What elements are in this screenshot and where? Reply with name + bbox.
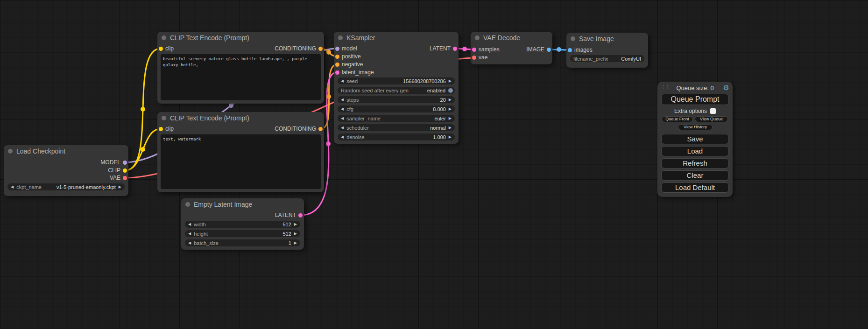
collapse-dot-icon[interactable] [8,149,13,154]
node-titlebar[interactable]: CLIP Text Encode (Prompt) [157,112,324,124]
prompt-text-area[interactable]: beautiful scenery nature glass bottle la… [161,54,321,100]
slot-dot-clip[interactable] [159,47,163,51]
widget-ckpt-name[interactable]: ◀ ckpt_name v1-5-pruned-emaonly.ckpt ▶ [7,183,125,190]
slot-dot-vae[interactable] [472,56,476,60]
node-ksampler[interactable]: KSampler model positive negative latent_… [334,32,459,144]
widget-height[interactable]: ◀ height 512 ▶ [185,230,300,237]
widget-scheduler[interactable]: ◀ scheduler normal ▶ [338,124,455,131]
prev-value-icon[interactable]: ◀ [341,116,344,120]
collapse-dot-icon[interactable] [162,116,166,120]
output-slot-conditioning[interactable]: CONDITIONING [275,125,323,133]
view-history-button[interactable]: View History [678,124,713,130]
node-titlebar[interactable]: Save Image [566,33,648,45]
slot-dot-samples[interactable] [472,48,476,52]
node-titlebar[interactable]: Empty Latent Image [181,198,304,210]
output-slot-latent[interactable]: LATENT [430,45,457,52]
input-slot-latent-image[interactable]: latent_image [335,69,374,76]
slot-dot-vae[interactable] [123,176,127,180]
input-slot-model[interactable]: model [335,45,357,52]
input-slot-negative[interactable]: negative [335,61,363,68]
decrement-icon[interactable]: ◀ [188,231,191,236]
node-titlebar[interactable]: VAE Decode [471,32,552,44]
collapse-dot-icon[interactable] [475,35,480,40]
input-slot-images[interactable]: images [568,46,593,54]
output-slot-vae[interactable]: VAE [110,174,127,182]
slot-dot-clip[interactable] [159,127,163,131]
queue-front-button[interactable]: Queue Front [662,116,693,122]
slot-dot-image[interactable] [547,48,551,52]
widget-cfg[interactable]: ◀ cfg 8.000 ▶ [338,105,455,112]
collapse-dot-icon[interactable] [571,36,575,41]
node-titlebar[interactable]: KSampler [334,32,459,44]
slot-dot-conditioning[interactable] [318,127,323,131]
node-titlebar[interactable]: Load Checkpoint [4,145,128,157]
prev-value-icon[interactable]: ◀ [341,126,344,130]
widget-seed-control[interactable]: Random seed after every gen enabled [338,87,455,94]
increment-icon[interactable]: ▶ [294,231,297,236]
node-titlebar[interactable]: CLIP Text Encode (Prompt) [157,32,324,44]
increment-icon[interactable]: ▶ [294,222,297,226]
next-value-icon[interactable]: ▶ [449,126,452,130]
prompt-text-area[interactable]: text, watermark [161,134,321,189]
input-slot-clip[interactable]: clip [159,125,174,133]
settings-gear-icon[interactable]: ⚙ [723,84,729,92]
node-clip-text-encode-positive[interactable]: CLIP Text Encode (Prompt) clip CONDITION… [157,32,324,104]
slot-dot-images[interactable] [568,48,572,52]
output-slot-model[interactable]: MODEL [100,159,127,166]
output-slot-conditioning[interactable]: CONDITIONING [275,45,323,52]
slot-dot-negative[interactable] [335,63,339,67]
node-vae-decode[interactable]: VAE Decode samples vae IMAGE [471,32,552,64]
collapse-dot-icon[interactable] [338,35,343,40]
node-load-checkpoint[interactable]: Load Checkpoint MODEL CLIP VAE ◀ ckpt_na… [4,145,128,196]
widget-filename-prefix[interactable]: filename_prefix ComfyUI [570,55,644,62]
output-slot-clip[interactable]: CLIP [108,167,127,174]
extra-options-checkbox[interactable] [710,108,716,114]
input-slot-samples[interactable]: samples [472,46,500,53]
increment-icon[interactable]: ▶ [449,135,452,139]
slot-dot-latent[interactable] [298,213,303,217]
decrement-icon[interactable]: ◀ [188,222,191,226]
decrement-icon[interactable]: ◀ [341,107,344,111]
widget-seed[interactable]: ◀ seed 156680208700286 ▶ [338,77,455,84]
next-value-icon[interactable]: ▶ [449,116,452,120]
node-clip-text-encode-negative[interactable]: CLIP Text Encode (Prompt) clip CONDITION… [157,112,324,192]
slot-dot-conditioning[interactable] [318,47,323,51]
increment-icon[interactable]: ▶ [449,79,452,83]
slot-dot-latent[interactable] [453,47,457,51]
input-slot-clip[interactable]: clip [159,45,174,52]
save-button[interactable]: Save [661,134,729,144]
decrement-icon[interactable]: ◀ [341,98,344,102]
load-button[interactable]: Load [661,146,729,156]
node-graph-canvas[interactable]: Load Checkpoint MODEL CLIP VAE ◀ ckpt_na… [0,0,868,329]
view-queue-button[interactable]: View Queue [695,116,728,122]
slot-dot-positive[interactable] [335,55,339,59]
next-value-icon[interactable]: ▶ [119,185,121,189]
widget-sampler-name[interactable]: ◀ sampler_name euler ▶ [338,115,455,122]
output-slot-image[interactable]: IMAGE [526,46,551,53]
output-slot-latent[interactable]: LATENT [275,211,303,219]
slot-dot-model[interactable] [335,47,339,51]
input-slot-positive[interactable]: positive [335,53,361,60]
clear-button[interactable]: Clear [661,170,729,181]
node-empty-latent-image[interactable]: Empty Latent Image LATENT ◀ width 512 ▶ … [181,198,304,250]
increment-icon[interactable]: ▶ [294,241,297,245]
decrement-icon[interactable]: ◀ [188,241,191,245]
increment-icon[interactable]: ▶ [449,98,452,102]
widget-batch-size[interactable]: ◀ batch_size 1 ▶ [185,239,300,246]
input-slot-vae[interactable]: vae [472,54,487,61]
decrement-icon[interactable]: ◀ [341,135,344,139]
decrement-icon[interactable]: ◀ [341,79,344,83]
prev-value-icon[interactable]: ◀ [11,185,14,189]
slot-dot-model[interactable] [123,161,127,165]
collapse-dot-icon[interactable] [185,202,190,207]
collapse-dot-icon[interactable] [162,35,166,40]
seed-control-toggle-icon[interactable] [448,88,453,93]
widget-steps[interactable]: ◀ steps 20 ▶ [338,96,455,103]
slot-dot-clip[interactable] [123,168,127,173]
comfy-menu-panel[interactable]: ⋮⋮ Queue size: 0 ⚙ Queue Prompt Extra op… [657,82,733,197]
node-save-image[interactable]: Save Image images filename_prefix ComfyU… [566,33,648,68]
load-default-button[interactable]: Load Default [661,182,729,193]
widget-width[interactable]: ◀ width 512 ▶ [185,221,300,228]
widget-denoise[interactable]: ◀ denoise 1.000 ▶ [338,133,455,140]
slot-dot-latent-image[interactable] [335,70,339,75]
